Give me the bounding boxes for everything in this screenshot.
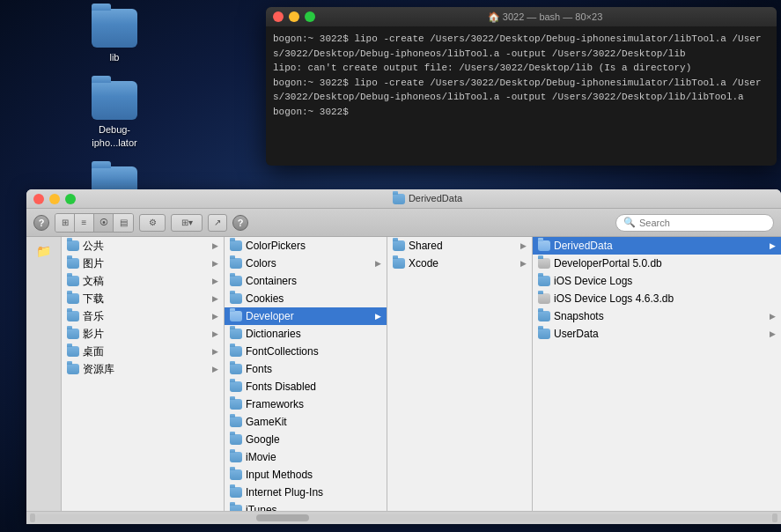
folder-icon <box>92 81 137 120</box>
finder-toolbar: ? ⊞ ≡ ⦿ ▤ ⚙ ⊞▾ ↗ ? 🔍 <box>26 209 781 237</box>
share-button[interactable]: ↗ <box>208 214 227 232</box>
icon-label-lib: lib <box>109 51 119 63</box>
list-item-developer-portal[interactable]: DeveloperPortal 5.0.db <box>533 255 781 272</box>
folder-icon <box>230 452 242 462</box>
list-item[interactable]: iTunes <box>225 501 387 511</box>
chevron-icon: ▶ <box>520 259 527 268</box>
chevron-icon: ▶ <box>770 312 776 321</box>
chevron-icon: ▶ <box>212 347 218 356</box>
finder-help-button[interactable]: ? <box>232 215 248 231</box>
list-item-fonts[interactable]: Fonts <box>225 360 387 378</box>
folder-icon <box>92 9 137 48</box>
list-item-xcode[interactable]: Xcode ▶ <box>387 255 532 272</box>
folder-icon <box>67 346 79 357</box>
list-item[interactable]: Containers <box>225 272 387 290</box>
list-item-snapshots[interactable]: Snapshots ▶ <box>533 307 781 325</box>
search-input[interactable] <box>639 218 766 228</box>
chevron-icon: ▶ <box>212 329 218 338</box>
column-container: 公共 ▶ 图片 ▶ 文稿 ▶ 下载 ▶ <box>62 237 781 511</box>
folder-icon <box>230 434 242 445</box>
folder-icon <box>230 487 242 498</box>
coverflow-view-button[interactable]: ▤ <box>114 214 133 232</box>
folder-icon <box>393 258 405 269</box>
list-item-fonts-disabled[interactable]: Fonts Disabled <box>225 378 387 395</box>
folder-icon <box>230 381 242 392</box>
chevron-icon: ▶ <box>770 241 776 250</box>
chevron-icon: ▶ <box>375 259 381 268</box>
minimize-button[interactable] <box>289 11 299 22</box>
folder-icon <box>67 329 79 339</box>
folder-icon <box>230 364 242 374</box>
list-item[interactable]: Internet Plug-Ins <box>225 484 387 501</box>
list-item-input-methods[interactable]: Input Methods <box>225 466 387 484</box>
finder-close-button[interactable] <box>33 194 44 204</box>
folder-icon <box>67 240 79 251</box>
folder-icon <box>230 240 242 251</box>
list-item[interactable]: 资源库 ▶ <box>62 360 224 378</box>
finder-maximize-button[interactable] <box>65 194 76 204</box>
chevron-icon: ▶ <box>212 365 218 373</box>
folder-icon <box>67 276 79 286</box>
list-item[interactable]: 图片 ▶ <box>62 255 224 272</box>
list-item-shared[interactable]: Shared ▶ <box>387 237 532 255</box>
list-item[interactable]: 下载 ▶ <box>62 290 224 307</box>
list-item[interactable]: GameKit <box>225 413 387 431</box>
file-icon <box>538 293 550 304</box>
icon-view-button[interactable]: ⊞ <box>55 214 75 232</box>
close-button[interactable] <box>273 11 284 22</box>
folder-icon <box>230 417 242 427</box>
sidebar: 📁 <box>26 237 62 511</box>
icon-label-debug-sim: Debug- ipho...lator <box>92 123 136 149</box>
list-item-dictionaries[interactable]: Dictionaries <box>225 325 387 343</box>
terminal-content[interactable]: bogon:~ 3022$ lipo -create /Users/3022/D… <box>266 26 777 124</box>
folder-icon <box>393 240 405 251</box>
list-item-ios-device-logs[interactable]: iOS Device Logs <box>533 272 781 290</box>
list-item-derived-data[interactable]: DerivedData ▶ <box>533 237 781 255</box>
column-pane-3: Shared ▶ Xcode ▶ <box>387 237 533 511</box>
folder-icon <box>67 311 79 321</box>
arrange-button[interactable]: ⊞▾ <box>171 214 203 232</box>
list-view-button[interactable]: ≡ <box>75 214 94 232</box>
scroll-right-button[interactable] <box>772 514 777 522</box>
horizontal-scrollbar[interactable] <box>35 514 772 521</box>
list-item[interactable]: Google <box>225 431 387 448</box>
search-box[interactable]: 🔍 <box>615 214 774 232</box>
folder-icon <box>230 469 242 480</box>
folder-icon <box>230 505 242 511</box>
finder-bottom-bar <box>26 511 781 524</box>
list-item-ios-device-logs-db[interactable]: iOS Device Logs 4.6.3.db <box>533 290 781 307</box>
desktop-icon-debug-sim[interactable]: Debug- ipho...lator <box>79 81 150 149</box>
sidebar-icon-1[interactable]: 📁 <box>30 240 58 262</box>
list-item[interactable]: 公共 ▶ <box>62 237 224 255</box>
action-button[interactable]: ⚙ <box>139 214 166 232</box>
list-item[interactable]: 音乐 ▶ <box>62 307 224 325</box>
list-item[interactable]: 桌面 ▶ <box>62 343 224 360</box>
list-item[interactable]: 文稿 ▶ <box>62 272 224 290</box>
list-item[interactable]: ColorPickers <box>225 237 387 255</box>
column-pane-1: 公共 ▶ 图片 ▶ 文稿 ▶ 下载 ▶ <box>62 237 225 511</box>
scrollbar-thumb[interactable] <box>256 514 309 521</box>
folder-icon <box>538 276 550 286</box>
chevron-icon: ▶ <box>212 294 218 303</box>
list-item-developer[interactable]: Developer ▶ <box>225 307 387 325</box>
list-item[interactable]: Cookies <box>225 290 387 307</box>
maximize-button[interactable] <box>305 11 315 22</box>
list-item[interactable]: iMovie <box>225 448 387 466</box>
list-item[interactable]: FontCollections <box>225 343 387 360</box>
folder-icon <box>67 293 79 304</box>
folder-icon <box>67 258 79 269</box>
chevron-icon: ▶ <box>212 259 218 268</box>
list-item[interactable]: Frameworks <box>225 395 387 413</box>
list-item-userdata[interactable]: UserData ▶ <box>533 325 781 343</box>
column-view-button[interactable]: ⦿ <box>94 214 114 232</box>
folder-icon <box>538 240 550 251</box>
help-button[interactable]: ? <box>33 215 49 231</box>
chevron-icon: ▶ <box>770 329 776 338</box>
list-item-colors[interactable]: Colors ▶ <box>225 255 387 272</box>
finder-minimize-button[interactable] <box>49 194 60 204</box>
desktop-icon-lib[interactable]: lib <box>79 9 150 63</box>
folder-icon <box>538 311 550 321</box>
search-icon: 🔍 <box>623 217 636 228</box>
list-item[interactable]: 影片 ▶ <box>62 325 224 343</box>
finder-content: 📁 公共 ▶ 图片 ▶ 文稿 ▶ <box>26 237 781 511</box>
